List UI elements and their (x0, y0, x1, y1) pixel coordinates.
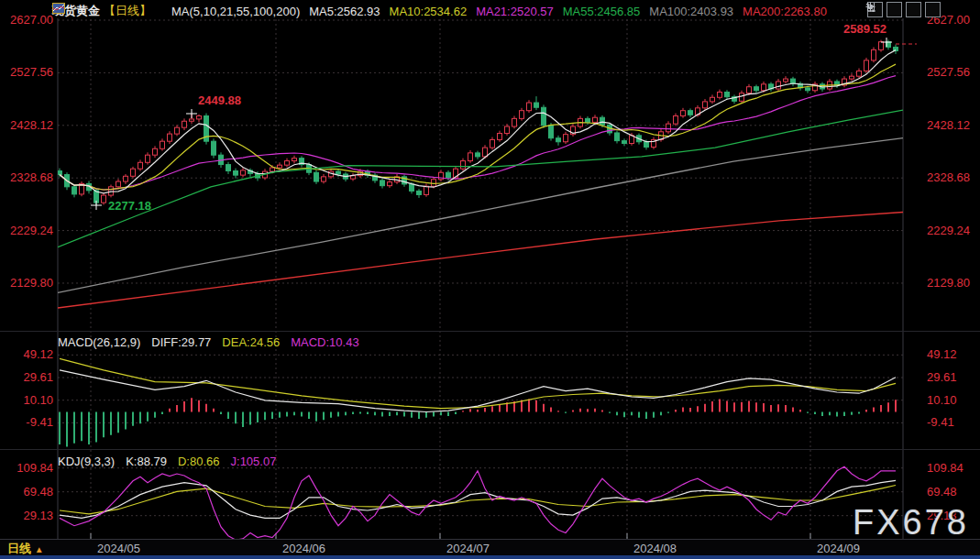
x-axis-bar: 日线 ▲ 2024/052024/062024/072024/082024/09 (0, 539, 980, 556)
candle (461, 161, 466, 170)
price-axis-label: 2428.12 (927, 118, 970, 132)
candle (879, 42, 884, 50)
candle (674, 115, 678, 124)
candle (615, 133, 620, 141)
candle (622, 141, 627, 144)
macd-dea-line (60, 358, 896, 408)
candle (483, 148, 488, 157)
candle (586, 118, 590, 122)
candle (388, 182, 392, 186)
candle (864, 60, 869, 71)
candle (410, 184, 414, 192)
candle (322, 177, 326, 181)
macd-axis-label: 49.12 (23, 347, 53, 361)
macd-macd-value: MACD:10.43 (291, 335, 358, 349)
candle (725, 92, 730, 96)
candle (520, 111, 524, 119)
kdj-j-line (60, 466, 896, 540)
price-axis-label: 2627.00 (10, 13, 53, 27)
candle (710, 97, 715, 102)
price-annotation: 2589.52 (843, 22, 886, 36)
candle (644, 142, 649, 148)
ma200-value: MA200:2263.80 (743, 5, 827, 18)
candle (666, 124, 671, 132)
candle (740, 93, 744, 102)
period-tag: 【日线】 (104, 3, 151, 19)
candle (285, 161, 290, 166)
x-axis-date-label: 2024/07 (446, 542, 490, 555)
candle (270, 168, 275, 171)
price-axis-label: 2129.80 (927, 276, 970, 290)
ma5-value: MA5:2562.93 (309, 5, 380, 18)
price-annotation: 2277.18 (108, 199, 151, 213)
go-to-latest-icon[interactable] (925, 2, 941, 17)
zoom-vertical-axis-icon[interactable] (886, 2, 902, 17)
candle (58, 171, 62, 175)
x-axis-date-label: 2024/05 (97, 542, 140, 555)
kdj-k-value: K:88.79 (126, 455, 167, 468)
macd-axis-label: -9.41 (26, 415, 53, 429)
macd-axis-label: 29.61 (23, 370, 53, 384)
macd-dea-value: DEA:24.56 (222, 335, 280, 349)
candle (446, 172, 451, 178)
candle (424, 186, 429, 194)
candle (762, 84, 766, 91)
kdj-d-line (60, 486, 896, 514)
candle (131, 169, 136, 176)
price-chart-canvas[interactable]: 2627.002627.002527.562527.562428.122428.… (0, 0, 980, 559)
ma100-value: MA100:2403.93 (649, 5, 733, 18)
candle (806, 88, 810, 91)
candle (600, 117, 605, 125)
candle (241, 170, 246, 175)
kdj-header: KDJ(9,3,3) K:88.79 D:80.66 J:105.07 (58, 455, 276, 468)
candle (718, 92, 722, 97)
candle (498, 134, 502, 140)
candle (153, 148, 158, 155)
watermark: FX678 (853, 503, 969, 543)
candle (747, 87, 752, 93)
price-axis-label: 2129.80 (10, 276, 53, 290)
candle (417, 191, 422, 194)
x-axis-date-label: 2024/06 (282, 542, 325, 555)
candle (124, 176, 128, 181)
kdj-j-value: J:105.07 (231, 455, 277, 468)
x-axis-date-label: 2024/09 (817, 542, 860, 555)
ma21-value: MA21:2520.57 (476, 5, 554, 18)
candle (476, 153, 480, 157)
candle (175, 127, 180, 134)
zoom-horizontal-axis-icon[interactable] (906, 2, 921, 17)
candle (468, 153, 473, 161)
candle (754, 87, 759, 91)
macd-diff-value: DIFF:29.77 (151, 335, 211, 349)
macd-name: MACD(26,12,9) (58, 335, 140, 349)
candle (527, 103, 532, 111)
ma55-line (58, 110, 903, 247)
dropdown-arrow-icon: ▲ (35, 544, 44, 554)
kdj-axis-label: 69.48 (927, 485, 957, 499)
macd-axis-label: 29.61 (927, 370, 957, 384)
macd-header: MACD(26,12,9) DIFF:29.77 DEA:24.56 MACD:… (58, 335, 359, 349)
chart-toolbar (865, 2, 941, 17)
period-label: 日线 (7, 542, 31, 555)
candle (776, 82, 781, 89)
candle (857, 71, 862, 76)
candle (234, 171, 238, 176)
price-axis-label: 2229.24 (10, 224, 53, 237)
candle (850, 76, 854, 79)
candle (102, 195, 106, 203)
candle (512, 118, 517, 126)
candle (380, 181, 385, 186)
ma55-value: MA55:2456.85 (563, 5, 641, 18)
trading-chart-app: 2627.002627.002527.562527.562428.122428.… (0, 0, 980, 559)
candle (190, 119, 194, 121)
candle (784, 79, 788, 82)
candle (336, 171, 341, 174)
candle (490, 139, 495, 148)
candle (564, 135, 568, 142)
kdj-d-value: D:80.66 (178, 455, 220, 468)
bottom-accent-strip (0, 555, 980, 559)
candle (160, 141, 165, 148)
price-axis-label: 2328.68 (927, 170, 970, 184)
kdj-k-line (60, 480, 896, 518)
price-axis-label: 2229.24 (927, 224, 970, 237)
